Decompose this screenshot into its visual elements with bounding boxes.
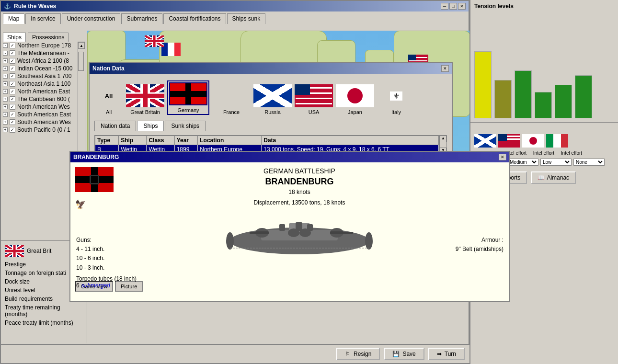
bar-rect-6 — [575, 75, 592, 118]
all-flag: All — [94, 84, 123, 107]
ship-speed: 18 knots — [288, 189, 310, 195]
bar-rect-2 — [494, 80, 512, 118]
svg-rect-8 — [170, 97, 185, 104]
nation-de[interactable]: Germany — [167, 80, 209, 115]
close-btn[interactable]: ✕ — [458, 3, 466, 10]
nation-jp[interactable]: Japan — [336, 84, 374, 115]
spacer — [470, 123, 618, 132]
ship-silhouette — [223, 215, 376, 258]
peace-treaty-row: Peace treaty limit (months) — [5, 319, 83, 326]
resign-button[interactable]: 🏳 Resign — [336, 348, 380, 360]
list-item: - ✓ Northern Europe 178 — [1, 42, 86, 49]
nation-data-title-bar: Nation Data ✕ — [90, 63, 452, 74]
build-label: Build requirements — [5, 296, 53, 302]
it-label: Italy — [391, 109, 401, 115]
ship-displacement: Displacement, 13500 tons, 18 knots — [254, 199, 345, 206]
intel-flag-ru — [474, 134, 496, 148]
svg-rect-14 — [98, 167, 114, 176]
peace-treaty-label: Peace treaty limit (months) — [5, 319, 73, 326]
tab-submarines[interactable]: Submarines — [121, 13, 162, 24]
us-label: USA — [309, 109, 320, 115]
ship-nation-title: GERMAN BATTLESHIP — [263, 167, 335, 175]
intel-label-3: Intel effort — [530, 150, 558, 156]
player-flag — [5, 245, 24, 257]
svg-rect-27 — [250, 232, 265, 234]
svg-rect-18 — [91, 176, 98, 183]
app-title: Rule the Waves — [14, 3, 56, 10]
nation-us[interactable]: USA — [295, 84, 333, 115]
treaty-time-label: Treaty time remaining (months) — [5, 304, 83, 318]
list-item: + ✓ North American East — [1, 88, 86, 95]
side-tab-possessions[interactable]: Possessions — [28, 33, 69, 42]
nation-ru[interactable]: Russia — [253, 84, 292, 115]
bburg-right-panel — [428, 167, 504, 292]
jp-flag — [336, 84, 374, 107]
torpedo-count: 6 — [76, 282, 80, 289]
minimize-btn[interactable]: ─ — [441, 3, 448, 10]
svg-point-28 — [288, 228, 299, 237]
turn-button[interactable]: ➡ Turn — [428, 348, 465, 360]
save-button[interactable]: 💾 Save — [384, 348, 424, 360]
guns-label: Guns: — [76, 236, 137, 245]
de-flag — [169, 82, 207, 105]
nd-close-btn[interactable]: ✕ — [441, 65, 449, 72]
col-data: Data — [262, 136, 439, 145]
intel-flag-us — [498, 134, 520, 148]
torpedo-label: Torpedo tubes (18 inch) — [76, 275, 137, 282]
nation-fr[interactable]: France — [212, 84, 251, 115]
nd-tab-nationdata[interactable]: Nation data — [94, 121, 136, 131]
col-class: Class — [147, 136, 174, 145]
list-item: + ✓ The Caribbean 600 ( — [1, 95, 86, 103]
tab-in-service[interactable]: In service — [25, 13, 60, 24]
nation-data-title: Nation Data — [92, 65, 125, 72]
de-label: Germany — [177, 107, 199, 113]
treaty-time-row: Treaty time remaining (months) — [5, 304, 83, 318]
fr-label: France — [223, 109, 240, 115]
bburg-close-btn[interactable]: ✕ — [499, 154, 506, 160]
title-controls: ─ □ ✕ — [441, 3, 466, 10]
tension-title: Tension levels — [470, 0, 618, 12]
svg-point-29 — [299, 228, 311, 237]
nd-tab-sunk[interactable]: Sunk ships — [165, 121, 206, 131]
tension-bar-4 — [535, 92, 552, 118]
tab-coastal[interactable]: Coastal fortifications — [163, 13, 226, 24]
bburg-center: GERMAN BATTLESHIP BRANDENBURG 18 knots D… — [171, 167, 428, 292]
nation-all[interactable]: All All — [94, 84, 123, 115]
bar-rect-3 — [515, 70, 532, 118]
svg-rect-13 — [75, 167, 91, 176]
svg-rect-22 — [279, 224, 285, 231]
intel-select-2[interactable]: MediumNoneLowHigh — [507, 159, 538, 166]
main-tab-bar: Map In service Under construction Submar… — [1, 11, 469, 24]
ru-label: Russia — [264, 109, 281, 115]
it-flag: ⚜ — [377, 84, 415, 107]
col-ship: Ship — [119, 136, 147, 145]
app-icon: ⚓ — [4, 3, 11, 10]
prestige-label: Prestige — [5, 261, 26, 268]
tab-map[interactable]: Map — [3, 13, 24, 24]
list-item: + ✓ South American Wes — [1, 118, 86, 126]
armour-value: 9" Belt (amidships) — [456, 245, 504, 254]
bar-rect-1 — [474, 51, 492, 118]
nation-it[interactable]: ⚜ Italy — [377, 84, 415, 115]
scrollbar-thumb[interactable] — [78, 52, 84, 71]
nation-gb[interactable]: Great Britain — [126, 84, 164, 115]
tab-ships-sunk[interactable]: Ships sunk — [227, 13, 266, 24]
ru-flag — [253, 84, 292, 107]
bburg-eagle-icon: 🦅 — [75, 199, 94, 210]
almanac-button[interactable]: 📖 Almanac — [531, 171, 576, 184]
intel-label-4: Intel effort — [558, 150, 585, 156]
dock-label: Dock size — [5, 278, 30, 285]
resign-icon: 🏳 — [345, 351, 351, 357]
maximize-btn[interactable]: □ — [449, 3, 457, 10]
list-item: + ✓ South American East — [1, 111, 86, 118]
intel-select-4[interactable]: NoneLowMediumHigh — [573, 159, 605, 166]
intel-flag-it — [546, 134, 568, 148]
nd-tab-ships[interactable]: Ships — [137, 121, 164, 131]
tension-bar-1 — [474, 51, 492, 118]
tab-under-construction[interactable]: Under construction — [62, 13, 121, 24]
col-location: Location — [198, 136, 262, 145]
svg-rect-16 — [98, 183, 114, 192]
side-tab-ships[interactable]: Ships — [3, 33, 26, 42]
intel-select-3[interactable]: LowNoneMediumHigh — [540, 159, 572, 166]
intel-flags-row — [470, 132, 618, 149]
